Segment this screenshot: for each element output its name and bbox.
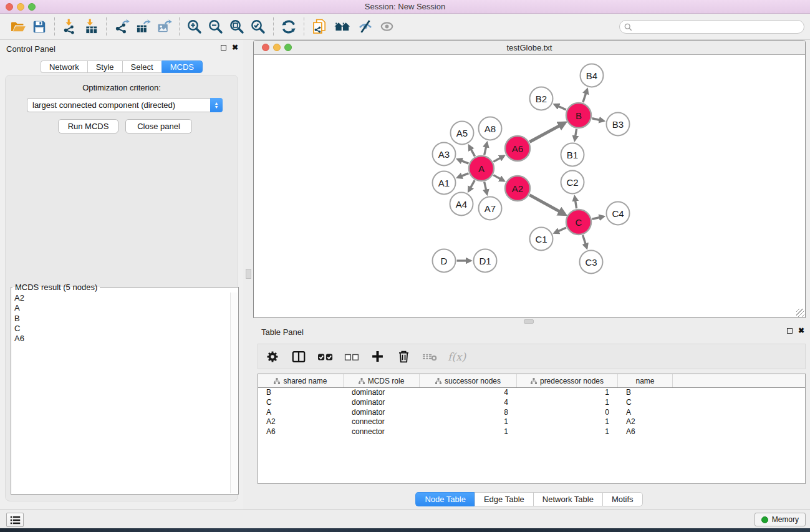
table-cell[interactable]: 1: [420, 427, 517, 437]
hide-graphics-details-button[interactable]: [355, 17, 376, 36]
table-cell[interactable]: dominator: [344, 408, 420, 418]
export-network-button[interactable]: [111, 17, 132, 36]
edge-B-B2[interactable]: [554, 105, 566, 110]
tab-network-table[interactable]: Network Table: [533, 492, 602, 506]
column-header-successor-nodes[interactable]: successor nodes: [420, 374, 517, 387]
network-graph[interactable]: B4B2BB3A8A5A6A3B1AC2A1A2A4A7C4CC1C3DD1: [254, 55, 805, 317]
tab-node-table[interactable]: Node Table: [415, 492, 475, 506]
node-C[interactable]: C: [566, 210, 591, 235]
export-image-button[interactable]: [153, 17, 175, 36]
table-row[interactable]: Adominator80A: [258, 408, 805, 418]
result-item[interactable]: C: [14, 324, 228, 334]
tab-edge-table[interactable]: Edge Table: [475, 492, 533, 506]
search-field[interactable]: [619, 20, 804, 34]
open-session-button[interactable]: [7, 17, 29, 36]
tab-style[interactable]: Style: [87, 60, 122, 73]
window-resize-grip[interactable]: [796, 309, 804, 317]
run-mcds-button[interactable]: Run MCDS: [58, 119, 118, 133]
edge-A-A3[interactable]: [458, 159, 469, 163]
node-A4[interactable]: A4: [450, 193, 473, 216]
result-item[interactable]: A6: [14, 334, 228, 344]
table-cell[interactable]: A2: [258, 417, 344, 427]
column-header-name[interactable]: name: [618, 374, 673, 387]
edge-A-A2[interactable]: [493, 175, 504, 181]
result-item[interactable]: B: [14, 314, 228, 324]
table-row[interactable]: Cdominator41C: [258, 398, 805, 408]
float-panel-icon[interactable]: [221, 45, 226, 51]
node-B[interactable]: B: [566, 103, 591, 128]
save-session-button[interactable]: [29, 17, 50, 36]
node-A5[interactable]: A5: [451, 122, 474, 145]
table-cell[interactable]: 1: [517, 427, 618, 437]
table-cell[interactable]: A6: [258, 427, 344, 437]
node-C2[interactable]: C2: [561, 171, 584, 194]
tab-network[interactable]: Network: [41, 60, 87, 73]
float-table-panel-icon[interactable]: [787, 328, 793, 334]
column-header-predecessor-nodes[interactable]: predecessor nodes: [517, 374, 618, 387]
deselect-all-checkboxes-button[interactable]: [344, 347, 360, 366]
split-view-button[interactable]: [291, 347, 306, 366]
import-network-button[interactable]: [59, 17, 80, 36]
edge-C-C4[interactable]: [592, 216, 604, 219]
table-cell[interactable]: C: [258, 398, 344, 408]
node-A2[interactable]: A2: [505, 176, 530, 201]
show-graphics-details-button[interactable]: [376, 17, 397, 36]
node-A[interactable]: A: [469, 156, 494, 181]
export-table-button[interactable]: [132, 17, 153, 36]
memory-button[interactable]: Memory: [755, 513, 806, 526]
table-cell[interactable]: B: [258, 388, 344, 398]
result-item[interactable]: A2: [14, 293, 228, 303]
table-cell[interactable]: 1: [517, 388, 618, 398]
node-A8[interactable]: A8: [479, 117, 502, 140]
vertical-splitter-handle[interactable]: [246, 269, 251, 279]
select-all-checkboxes-button[interactable]: [317, 347, 334, 366]
edge-A-A4[interactable]: [469, 180, 475, 191]
table-cell[interactable]: B: [618, 388, 673, 398]
edge-A-A7[interactable]: [485, 181, 487, 194]
task-history-button[interactable]: [6, 513, 24, 527]
node-B2[interactable]: B2: [530, 87, 553, 110]
column-header-shared-name[interactable]: shared name: [258, 374, 344, 387]
close-table-panel-icon[interactable]: ✖: [798, 327, 804, 334]
node-C1[interactable]: C1: [530, 228, 553, 251]
node-B3[interactable]: B3: [607, 113, 630, 136]
table-cell[interactable]: connector: [344, 427, 420, 437]
table-cell[interactable]: A: [618, 408, 673, 418]
edge-B-B1[interactable]: [575, 129, 577, 140]
close-panel-icon[interactable]: ✖: [232, 44, 238, 51]
table-cell[interactable]: connector: [344, 417, 420, 427]
delete-table-button[interactable]: [422, 347, 438, 366]
node-D[interactable]: D: [433, 249, 456, 273]
home-view-button[interactable]: [330, 17, 355, 36]
result-item[interactable]: A: [14, 303, 228, 313]
table-cell[interactable]: dominator: [344, 388, 420, 398]
search-input[interactable]: [635, 21, 804, 32]
table-settings-button[interactable]: [266, 347, 279, 366]
node-A6[interactable]: A6: [505, 136, 530, 161]
table-cell[interactable]: A2: [618, 417, 673, 427]
edge-C-C2[interactable]: [575, 196, 577, 208]
table-cell[interactable]: 1: [517, 398, 618, 408]
horizontal-splitter-handle[interactable]: [524, 319, 534, 324]
zoom-in-button[interactable]: [184, 17, 205, 36]
table-cell[interactable]: 4: [420, 398, 517, 408]
tab-select[interactable]: Select: [122, 60, 162, 73]
function-builder-button[interactable]: f(x): [446, 351, 466, 363]
edge-B-B4[interactable]: [583, 89, 587, 102]
node-B4[interactable]: B4: [581, 64, 604, 87]
edge-C-C3[interactable]: [583, 235, 587, 248]
edge-A-A8[interactable]: [485, 143, 487, 155]
result-scrollbar[interactable]: [230, 293, 238, 493]
optimization-criterion-select[interactable]: largest connected component (directed) ▲…: [27, 98, 223, 112]
table-row[interactable]: A2connector11A2: [258, 417, 805, 427]
node-B1[interactable]: B1: [561, 143, 584, 167]
import-table-button[interactable]: [80, 17, 102, 36]
node-A7[interactable]: A7: [479, 197, 502, 220]
tab-motifs[interactable]: Motifs: [602, 492, 643, 506]
table-row[interactable]: Bdominator41B: [258, 388, 805, 398]
edge-A-A6[interactable]: [493, 156, 504, 162]
add-column-button[interactable]: [370, 347, 385, 366]
table-cell[interactable]: 4: [420, 388, 517, 398]
edge-B-B3[interactable]: [592, 118, 604, 121]
edge-A2-C[interactable]: [529, 195, 565, 215]
